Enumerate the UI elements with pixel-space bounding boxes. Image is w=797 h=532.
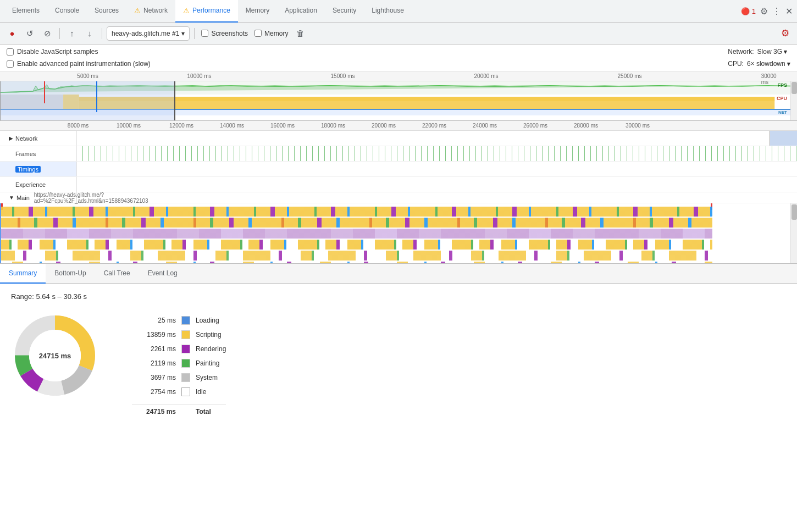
main-track-label: Main bbox=[16, 195, 30, 201]
main-vscroll-thumb bbox=[792, 204, 797, 220]
svg-rect-3 bbox=[79, 97, 774, 101]
tab-call-tree[interactable]: Call Tree bbox=[95, 264, 139, 284]
track-experience-content[interactable] bbox=[77, 177, 797, 192]
donut-chart: 24715 ms bbox=[11, 312, 99, 400]
ruler-10000: 10000 ms bbox=[187, 73, 212, 79]
net-label: NET bbox=[778, 110, 787, 115]
flame-row-2 bbox=[1, 218, 712, 228]
legend-loading: 25 ms Loading bbox=[132, 316, 226, 325]
record-button[interactable]: ● bbox=[4, 26, 20, 41]
memory-label: Memory bbox=[264, 30, 288, 37]
cpu-throttle-label: CPU: bbox=[728, 60, 744, 68]
perf-options-right: Network: Slow 3G ▾ CPU: 6× slowdown ▾ bbox=[728, 48, 790, 68]
tab-bottom-up[interactable]: Bottom-Up bbox=[46, 264, 95, 284]
r-30000: 30000 ms bbox=[626, 123, 650, 129]
delete-button[interactable]: 🗑 bbox=[292, 26, 308, 41]
settings-icon[interactable]: ⚙ bbox=[760, 6, 768, 16]
r-22000: 22000 ms bbox=[422, 123, 446, 129]
error-badge[interactable]: 🔴 1 bbox=[741, 7, 756, 15]
r-16000: 16000 ms bbox=[270, 123, 295, 129]
disable-js-label: Disable JavaScript samples bbox=[17, 48, 98, 56]
disable-js-checkbox[interactable] bbox=[7, 48, 14, 56]
overview-vscroll[interactable] bbox=[790, 81, 797, 121]
system-ms: 3697 ms bbox=[132, 374, 176, 381]
toolbar-divider-1 bbox=[59, 28, 60, 39]
main-vscroll[interactable] bbox=[790, 203, 797, 264]
tab-lighthouse[interactable]: Lighthouse bbox=[364, 0, 412, 23]
red-marker-overview bbox=[44, 81, 45, 103]
timeline-overview[interactable]: 5000 ms 10000 ms 15000 ms 20000 ms 25000… bbox=[0, 71, 797, 121]
overview-selection[interactable] bbox=[0, 81, 175, 121]
download-button[interactable]: ↓ bbox=[82, 26, 97, 41]
screenshots-input[interactable] bbox=[201, 30, 208, 37]
painting-name: Painting bbox=[196, 359, 219, 367]
track-network-label: ▶ Network bbox=[0, 131, 77, 146]
stop-button[interactable]: ⊘ bbox=[40, 26, 55, 41]
tab-performance[interactable]: ⚠ Performance bbox=[175, 0, 238, 23]
main-flame-area[interactable] bbox=[0, 203, 797, 264]
tab-application[interactable]: Application bbox=[277, 0, 325, 23]
perf-options-bar: Disable JavaScript samples Enable advanc… bbox=[0, 45, 797, 71]
track-timings: Timings bbox=[0, 162, 797, 177]
tab-console[interactable]: Console bbox=[47, 0, 87, 23]
overview-tracks: FPS CPU NET bbox=[0, 81, 797, 121]
summary-tab-label: Summary bbox=[9, 269, 37, 277]
loading-name: Loading bbox=[196, 317, 219, 324]
security-label: Security bbox=[333, 7, 356, 14]
tab-elements[interactable]: Elements bbox=[4, 0, 47, 23]
range-display: Range: 5.64 s – 30.36 s bbox=[11, 292, 786, 301]
track-main-header-content[interactable] bbox=[77, 192, 797, 203]
memory-checkbox[interactable]: Memory bbox=[254, 30, 288, 37]
track-timings-content[interactable] bbox=[77, 162, 797, 176]
session-label: heavy-ads.glitch.me #1 bbox=[112, 30, 179, 37]
disable-js-option: Disable JavaScript samples bbox=[7, 48, 151, 56]
r-14000: 14000 ms bbox=[220, 123, 244, 129]
timeline-main[interactable]: 8000 ms 10000 ms 12000 ms 14000 ms 16000… bbox=[0, 121, 797, 264]
devtools-tab-bar: Elements Console Sources ⚠ Network ⚠ Per… bbox=[0, 0, 797, 23]
performance-warn-icon: ⚠ bbox=[183, 7, 190, 15]
tab-memory[interactable]: Memory bbox=[238, 0, 277, 23]
close-icon[interactable]: ✕ bbox=[785, 6, 793, 16]
performance-toolbar: ● ↺ ⊘ ↑ ↓ heavy-ads.glitch.me #1 ▾ Scree… bbox=[0, 23, 797, 45]
refresh-button[interactable]: ↺ bbox=[22, 26, 37, 41]
memory-input[interactable] bbox=[254, 30, 262, 37]
track-frames-content[interactable] bbox=[77, 146, 797, 161]
fps-label: FPS bbox=[777, 82, 787, 88]
r-8000: 8000 ms bbox=[68, 123, 88, 129]
idle-color bbox=[181, 387, 190, 396]
network-expand-icon[interactable]: ▶ bbox=[9, 135, 13, 141]
tab-security[interactable]: Security bbox=[325, 0, 364, 23]
r-20000: 20000 ms bbox=[372, 123, 396, 129]
screenshots-checkbox[interactable]: Screenshots bbox=[201, 30, 248, 37]
cpu-label: CPU bbox=[777, 96, 787, 101]
r-12000: 12000 ms bbox=[169, 123, 193, 129]
tab-network[interactable]: ⚠ Network bbox=[126, 0, 175, 23]
track-frames: Frames bbox=[0, 146, 797, 162]
enable-paint-checkbox[interactable] bbox=[7, 60, 14, 68]
network-throttle-select-wrapper[interactable]: Slow 3G ▾ bbox=[757, 48, 788, 56]
track-frames-label: Frames bbox=[0, 146, 77, 161]
main-ruler: 8000 ms 10000 ms 12000 ms 14000 ms 16000… bbox=[0, 121, 797, 131]
tab-event-log[interactable]: Event Log bbox=[139, 264, 186, 284]
cpu-throttle-select-wrapper[interactable]: 6× slowdown ▾ bbox=[747, 60, 790, 68]
network-throttle-value: Slow 3G bbox=[757, 48, 782, 56]
loading-ms: 25 ms bbox=[132, 317, 176, 324]
more-icon[interactable]: ⋮ bbox=[772, 6, 781, 16]
ruler-15000: 15000 ms bbox=[331, 73, 355, 79]
flame-row-3 bbox=[1, 229, 712, 239]
toolbar-settings-btn[interactable]: ⚙ bbox=[777, 26, 793, 41]
summary-legend: 25 ms Loading 13859 ms Scripting 2261 ms… bbox=[132, 316, 226, 415]
main-url: https://heavy-ads.glitch.me/?ad=%2Fcpu%2… bbox=[34, 192, 148, 204]
main-expand-icon[interactable]: ▼ bbox=[9, 195, 14, 201]
network-right-badge bbox=[770, 131, 797, 146]
upload-button[interactable]: ↑ bbox=[64, 26, 80, 41]
session-selector[interactable]: heavy-ads.glitch.me #1 ▾ bbox=[107, 26, 190, 41]
tab-summary[interactable]: Summary bbox=[0, 264, 46, 284]
blue-timeline-line bbox=[0, 203, 1, 264]
track-timings-label: Timings bbox=[0, 162, 77, 176]
track-network-content[interactable] bbox=[77, 131, 797, 146]
tab-sources[interactable]: Sources bbox=[87, 0, 126, 23]
screenshots-label: Screenshots bbox=[211, 30, 248, 37]
r-10000: 10000 ms bbox=[117, 123, 141, 129]
enable-paint-option: Enable advanced paint instrumentation (s… bbox=[7, 60, 151, 68]
